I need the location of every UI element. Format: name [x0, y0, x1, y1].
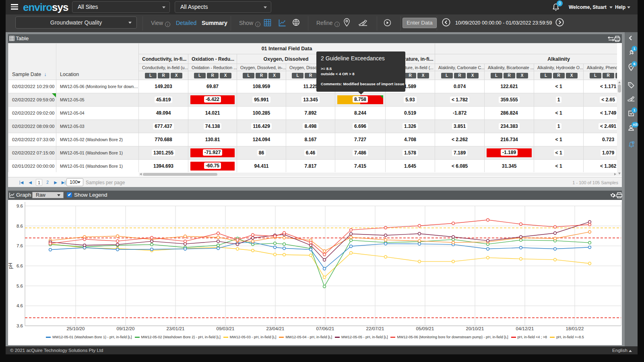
svg-text:23/01/21: 23/01/21: [167, 326, 185, 331]
svg-text:6.6: 6.6: [17, 263, 23, 268]
svg-text:5.6: 5.6: [17, 284, 23, 288]
svg-text:04/12/21: 04/12/21: [516, 326, 534, 331]
svg-text:09/12/20: 09/12/20: [117, 326, 135, 331]
svg-text:pH: pH: [8, 263, 13, 269]
svg-text:22/07/21: 22/07/21: [366, 326, 384, 331]
svg-text:3.6: 3.6: [17, 323, 23, 328]
svg-text:07/06/21: 07/06/21: [316, 326, 334, 331]
svg-text:8.6: 8.6: [17, 224, 23, 228]
svg-text:18/01/22: 18/01/22: [566, 326, 584, 331]
svg-text:9.6: 9.6: [17, 204, 23, 208]
svg-text:7.6: 7.6: [17, 243, 23, 248]
svg-text:20/10/21: 20/10/21: [466, 326, 484, 331]
svg-text:4.6: 4.6: [17, 303, 23, 308]
svg-text:25/10/20: 25/10/20: [67, 326, 85, 331]
svg-text:09/03/21: 09/03/21: [217, 326, 235, 331]
svg-text:05/09/21: 05/09/21: [416, 326, 434, 331]
svg-text:23/04/21: 23/04/21: [266, 326, 285, 331]
